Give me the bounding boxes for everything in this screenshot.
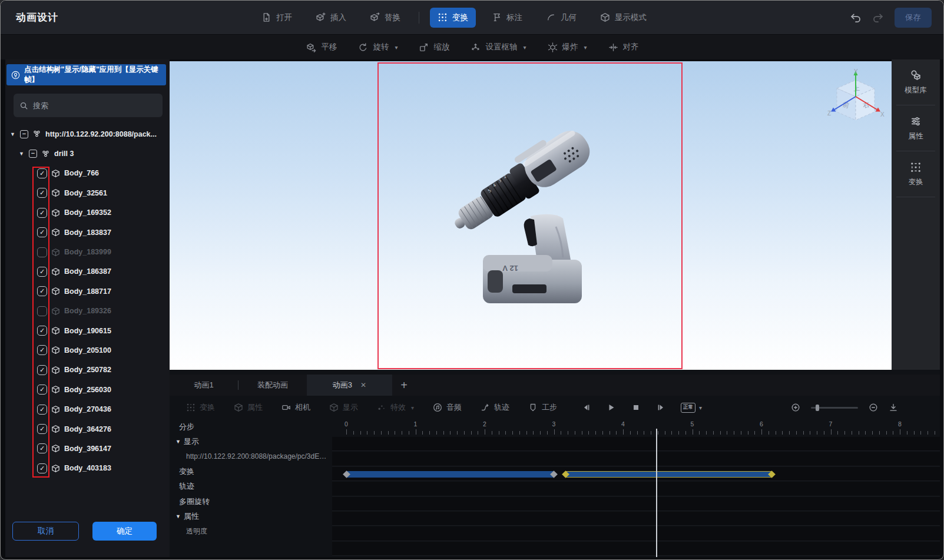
timeline-tool-audio[interactable]: 音频 [433, 402, 462, 413]
track-label-row[interactable]: 多圈旋转 [170, 494, 332, 509]
tree-expand-icon[interactable]: ▼ [175, 513, 181, 519]
tab-装配动画[interactable]: 装配动画 [239, 375, 307, 396]
menu-open-button[interactable]: 打开 [254, 8, 300, 28]
visibility-checkbox[interactable]: ✓ [37, 385, 47, 395]
tree-root-node[interactable]: ▼−http://10.122.92.200:8088/pack... [5, 124, 170, 144]
tree-body-node[interactable]: ✓Body_205100 [5, 340, 170, 360]
zoom-slider-handle[interactable] [816, 405, 819, 411]
track-label-row[interactable]: 透明度 [170, 524, 332, 539]
tree-body-node[interactable]: ✓Body_396147 [5, 439, 170, 458]
visibility-checkbox[interactable]: ✓ [37, 365, 47, 375]
visibility-checkbox[interactable]: ✓ [37, 286, 47, 296]
rail-item-model-library[interactable]: 模型库 [896, 59, 935, 105]
visibility-checkbox[interactable] [37, 247, 47, 257]
visibility-checkbox[interactable]: ✓ [37, 208, 47, 218]
track-label-row[interactable]: 轨迹 [170, 479, 332, 494]
tree-body-node[interactable]: ✓Body_188717 [5, 281, 170, 301]
track-lane[interactable] [332, 497, 940, 511]
visibility-checkbox[interactable]: ✓ [37, 227, 47, 237]
collapse-box-icon[interactable]: − [20, 130, 28, 138]
cancel-button[interactable]: 取消 [12, 522, 79, 541]
stop-button[interactable] [631, 403, 641, 412]
visibility-checkbox[interactable]: ✓ [37, 267, 47, 277]
visibility-checkbox[interactable]: ✓ [37, 443, 47, 453]
visibility-checkbox[interactable]: ✓ [37, 188, 47, 198]
visibility-checkbox[interactable]: ✓ [37, 326, 47, 336]
tree-body-node[interactable]: ✓Body_250782 [5, 360, 170, 380]
tool-rotate-button[interactable]: 旋转▾ [358, 42, 398, 52]
navigation-cube[interactable]: 上 前 右 Y Z X [826, 68, 885, 134]
undo-button[interactable] [850, 12, 862, 24]
visibility-checkbox[interactable] [37, 306, 47, 316]
tree-body-node[interactable]: Body_183999 [5, 242, 170, 261]
timeline-tool-workstep[interactable]: 工步 [528, 402, 557, 413]
zoom-in-button[interactable] [791, 403, 800, 412]
track-label-group[interactable]: ▼属性 [170, 509, 332, 523]
menu-display-mode-button[interactable]: 显示模式 [592, 8, 654, 28]
playhead[interactable] [656, 429, 657, 557]
collapse-box-icon[interactable]: − [29, 150, 37, 158]
tool-set-pivot-button[interactable]: 设置枢轴▾ [471, 42, 526, 52]
menu-transform-button[interactable]: 变换 [430, 8, 476, 28]
step-back-button[interactable] [582, 403, 591, 412]
tree-expand-icon[interactable]: ▼ [175, 439, 181, 445]
playback-speed-dropdown[interactable]: 正常 ▾ [681, 403, 702, 413]
viewport-3d[interactable]: 5432 12 V [170, 59, 892, 370]
tree-body-node[interactable]: ✓Body_403183 [5, 459, 170, 478]
track-label-group[interactable]: ▼显示 [170, 434, 332, 449]
timeline-tool-trajectory[interactable]: 轨迹 [481, 402, 509, 413]
step-forward-button[interactable] [656, 403, 665, 412]
tree-expand-icon[interactable]: ▼ [10, 131, 16, 137]
rail-item-transform[interactable]: 变换 [896, 151, 935, 197]
tree-body-node[interactable]: ✓Body_183837 [5, 223, 170, 242]
search-input[interactable] [33, 101, 157, 110]
visibility-checkbox[interactable]: ✓ [37, 463, 47, 473]
track-lane[interactable] [332, 482, 940, 496]
tool-explode-button[interactable]: 爆炸▾ [548, 42, 587, 52]
menu-replace-button[interactable]: 替换 [362, 8, 408, 28]
tree-body-node[interactable]: ✓Body_186387 [5, 262, 170, 281]
track-lane[interactable] [332, 542, 940, 556]
track-label-row[interactable]: 分步 [170, 419, 332, 434]
close-tab-icon[interactable]: ✕ [360, 381, 366, 389]
tree-body-node[interactable]: ✓Body_256030 [5, 380, 170, 399]
tree-body-node[interactable]: ✓Body_364276 [5, 419, 170, 439]
visibility-checkbox[interactable]: ✓ [37, 345, 47, 355]
track-lane[interactable] [332, 526, 940, 541]
visibility-checkbox[interactable]: ✓ [37, 405, 47, 415]
save-button[interactable]: 保存 [895, 8, 932, 28]
tool-scale-button[interactable]: 缩放 [419, 42, 449, 52]
confirm-button[interactable]: 确定 [92, 522, 157, 541]
tree-body-node[interactable]: ✓Body_169352 [5, 203, 170, 223]
visibility-checkbox[interactable]: ✓ [37, 168, 47, 178]
track-lane[interactable] [332, 512, 940, 526]
tree-body-node[interactable]: ✓Body_270436 [5, 399, 170, 419]
menu-insert-button[interactable]: 插入 [308, 8, 354, 28]
track-lane[interactable] [332, 437, 940, 451]
play-button[interactable] [607, 403, 616, 412]
menu-geometry-button[interactable]: 几何 [538, 8, 584, 28]
tool-pan-button[interactable]: 平移 [306, 42, 337, 52]
add-tab-button[interactable]: + [392, 375, 416, 396]
rail-item-properties[interactable]: 属性 [896, 105, 935, 151]
zoom-out-button[interactable] [869, 403, 878, 412]
tree-group-node[interactable]: ▼−drill 3 [5, 144, 170, 163]
redo-button[interactable] [872, 12, 884, 24]
visibility-checkbox[interactable]: ✓ [37, 424, 47, 434]
tab-动画3[interactable]: 动画3✕ [307, 375, 392, 396]
track-label-row[interactable]: 变换 [170, 464, 332, 479]
drill-3d-model[interactable]: 5432 12 V [446, 111, 599, 306]
timeline-tool-camera[interactable]: 相机 [281, 402, 310, 413]
timeline-clip[interactable] [346, 471, 554, 478]
timeline-ruler[interactable]: 012345678 [332, 419, 940, 437]
tool-align-button[interactable]: 对齐 [608, 42, 639, 52]
tree-body-node[interactable]: Body_189326 [5, 301, 170, 321]
track-label-row[interactable]: http://10.122.92.200:8088/package/pc/3dE… [170, 449, 332, 464]
timeline-clip-selected[interactable] [565, 471, 771, 478]
tree-body-node[interactable]: ✓Body_190615 [5, 321, 170, 340]
tree-body-node[interactable]: ✓Body_766 [5, 164, 170, 183]
export-download-button[interactable] [889, 403, 898, 412]
tree-body-node[interactable]: ✓Body_32561 [5, 183, 170, 203]
timeline-zoom-slider[interactable] [811, 407, 858, 409]
menu-annotate-button[interactable]: 标注 [484, 8, 530, 28]
